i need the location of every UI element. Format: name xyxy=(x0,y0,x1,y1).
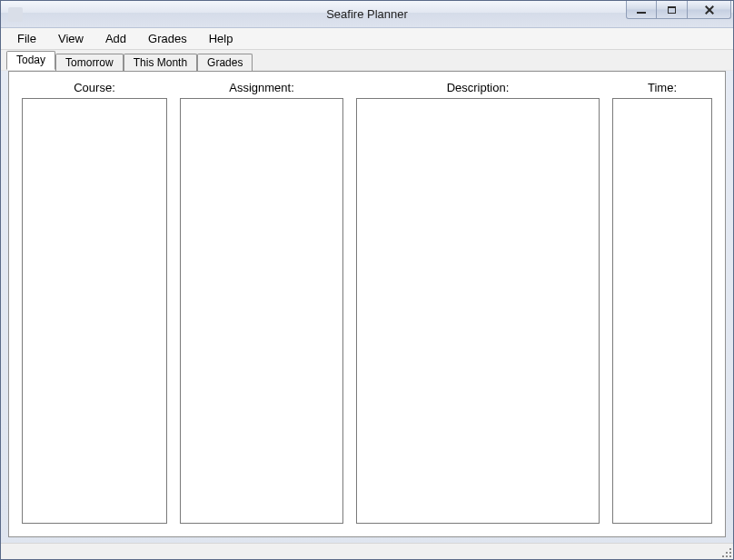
menu-bar: File View Add Grades Help xyxy=(1,28,733,50)
tab-tomorrow[interactable]: Tomorrow xyxy=(55,54,124,71)
window-controls xyxy=(626,1,731,19)
column-assignment-label: Assignment: xyxy=(229,81,294,94)
columns-container: Course: Assignment: Description: Time: xyxy=(9,72,725,536)
menu-grades[interactable]: Grades xyxy=(137,29,198,48)
menu-view[interactable]: View xyxy=(47,29,94,48)
close-button[interactable] xyxy=(688,1,731,19)
minimize-button[interactable] xyxy=(626,1,657,19)
status-bar xyxy=(1,543,733,559)
menu-add[interactable]: Add xyxy=(94,29,137,48)
column-time-label: Time: xyxy=(648,81,677,94)
description-listbox[interactable] xyxy=(356,98,600,524)
course-listbox[interactable] xyxy=(22,98,167,524)
resize-grip[interactable] xyxy=(720,546,731,557)
menu-help[interactable]: Help xyxy=(198,29,244,48)
column-course: Course: xyxy=(22,81,167,524)
column-description: Description: xyxy=(356,81,600,524)
time-listbox[interactable] xyxy=(612,98,712,524)
tab-list: Today Tomorrow This Month Grades xyxy=(1,52,733,70)
minimize-icon xyxy=(637,12,646,14)
column-course-label: Course: xyxy=(74,81,115,94)
content-panel: Course: Assignment: Description: Time: xyxy=(8,71,726,537)
app-window: Seafire Planner File View Add Grades Hel… xyxy=(0,0,734,560)
assignment-listbox[interactable] xyxy=(180,98,343,524)
column-time: Time: xyxy=(612,81,712,524)
app-icon xyxy=(8,7,23,22)
menu-file[interactable]: File xyxy=(6,29,47,48)
maximize-button[interactable] xyxy=(657,1,688,19)
tab-this-month[interactable]: This Month xyxy=(124,54,197,71)
title-bar: Seafire Planner xyxy=(1,1,733,28)
tab-grades[interactable]: Grades xyxy=(197,54,253,71)
close-icon xyxy=(704,5,715,15)
tab-strip: Today Tomorrow This Month Grades xyxy=(1,50,733,71)
column-assignment: Assignment: xyxy=(180,81,343,524)
maximize-icon xyxy=(668,6,676,14)
window-title: Seafire Planner xyxy=(1,7,733,21)
tab-today[interactable]: Today xyxy=(6,51,55,70)
column-description-label: Description: xyxy=(447,81,510,94)
